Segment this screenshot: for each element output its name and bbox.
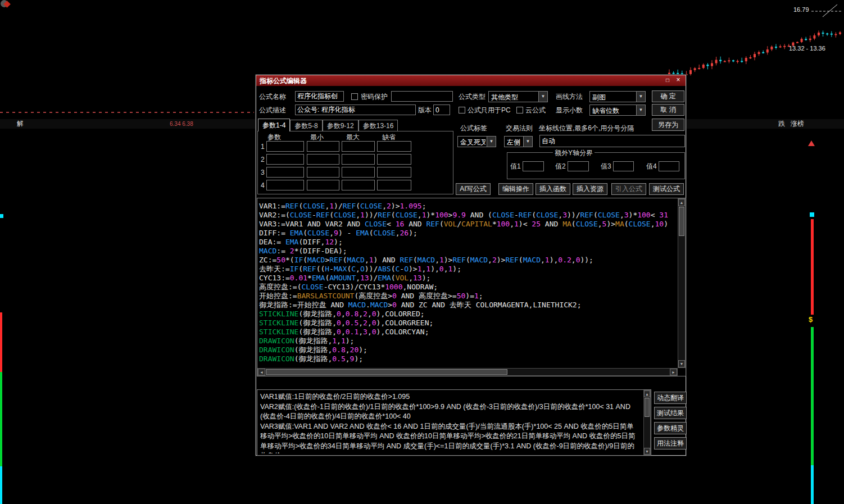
- param-max-input-1[interactable]: [342, 141, 375, 152]
- close-icon[interactable]: ×: [674, 76, 683, 84]
- code-horizontal-scrollbar[interactable]: ◄ ►: [257, 368, 678, 376]
- import-formula-button[interactable]: 引入公式: [611, 183, 646, 195]
- formula-type-dropdown[interactable]: 其他类型 ▼: [488, 91, 548, 102]
- param-min-input-3[interactable]: [307, 167, 339, 178]
- pc-only-label: 公式只用于PC: [468, 105, 511, 116]
- coord-line-label: 坐标线位置,最多6个,用分号分隔: [539, 123, 634, 133]
- param-default-input-4[interactable]: [377, 180, 411, 190]
- insert-function-button[interactable]: 插入函数: [536, 183, 570, 195]
- code-line: ZC:=50*(IF(MACD>REF(MACD,1) AND REF(MACD…: [259, 256, 677, 265]
- scroll-left-icon[interactable]: ◄: [258, 369, 265, 375]
- code-editor-lines[interactable]: VAR1:=REF(CLOSE,1)/REF(CLOSE,2)>1.095;VA…: [259, 202, 677, 367]
- left-green-bar: [0, 372, 2, 466]
- code-line: DEA:= EMA(DIFF,12);: [259, 238, 677, 247]
- chevron-down-icon[interactable]: ▼: [636, 92, 645, 102]
- save-as-button[interactable]: 另存为: [652, 119, 684, 131]
- param-default-input-3[interactable]: [377, 167, 411, 178]
- code-vertical-scrollbar[interactable]: ▲ ▼: [678, 198, 686, 368]
- scroll-down-icon[interactable]: ▼: [678, 360, 685, 367]
- insert-resource-button[interactable]: 插入资源: [573, 183, 607, 195]
- param-max-input-3[interactable]: [342, 167, 375, 178]
- code-line: DRAWICON(御龙指路,0.8,20);: [259, 346, 677, 355]
- chevron-down-icon[interactable]: ▼: [523, 137, 532, 147]
- scroll-down-icon[interactable]: ▼: [644, 448, 650, 455]
- vertical-scrollbar-thumb[interactable]: [679, 207, 684, 236]
- edit-operations-button[interactable]: 编辑操作: [498, 183, 533, 195]
- right-green-bar: [811, 327, 814, 465]
- test-formula-button[interactable]: 测试公式: [649, 183, 684, 195]
- extra-y-value2-input[interactable]: [568, 161, 589, 171]
- ai-write-formula-button[interactable]: AI写公式: [456, 183, 491, 195]
- formula-desc-input[interactable]: [295, 105, 416, 115]
- cloud-formula-checkbox[interactable]: [516, 107, 523, 113]
- maximize-icon[interactable]: □: [663, 76, 672, 84]
- param-value-input-1[interactable]: [266, 141, 304, 152]
- version-input[interactable]: [433, 105, 450, 115]
- code-line: VAR1:=REF(CLOSE,1)/REF(CLOSE,2)>1.095;: [259, 202, 677, 211]
- chevron-down-icon[interactable]: ▼: [487, 137, 496, 147]
- description-scrollbar-thumb[interactable]: [645, 398, 650, 417]
- scroll-up-icon[interactable]: ▲: [644, 391, 650, 397]
- code-line: 御龙指路:=开始控盘 AND MACD.MACD>0 AND ZC AND 去昨…: [259, 301, 677, 310]
- app-logo-icon: [1, 0, 12, 9]
- param-max-input-2[interactable]: [342, 154, 375, 165]
- code-line: STICKLINE(御龙指路,0,0.5,2,0),COLORGREEN;: [259, 319, 677, 328]
- extra-y-legend: 额外Y轴分界: [553, 148, 595, 158]
- extra-y-value1-input[interactable]: [523, 161, 544, 171]
- param-wizard-button[interactable]: 参数精灵: [654, 422, 687, 434]
- tab-params-5-8[interactable]: 参数5-8: [290, 120, 322, 131]
- decimals-dropdown[interactable]: 缺省位数 ▼: [589, 105, 646, 116]
- scroll-right-icon[interactable]: ►: [670, 369, 677, 375]
- formula-name-input[interactable]: [295, 91, 344, 102]
- param-value-input-4[interactable]: [266, 180, 304, 190]
- param-default-input-1[interactable]: [377, 141, 411, 152]
- test-result-button[interactable]: 测试结果: [654, 407, 687, 419]
- version-label: 版本: [418, 105, 432, 116]
- cancel-button[interactable]: 取 消: [652, 104, 684, 116]
- horizontal-scrollbar-thumb[interactable]: [266, 369, 507, 375]
- trade-rule-dropdown[interactable]: 左侧 ▼: [504, 136, 533, 147]
- extra-y-value2-label: 值2: [555, 161, 566, 171]
- left-red-bar: [0, 312, 2, 372]
- extra-y-value4-input[interactable]: [659, 161, 679, 171]
- right-cyan-marker: [810, 212, 814, 217]
- chevron-down-icon[interactable]: ▼: [636, 105, 645, 115]
- dynamic-translate-button[interactable]: 动态翻译: [654, 392, 687, 404]
- password-protect-label: 密码保护: [361, 91, 388, 103]
- extra-y-value3-input[interactable]: [613, 161, 634, 171]
- rank-board-tab[interactable]: 涨榜: [791, 119, 804, 129]
- param-min-input-4[interactable]: [307, 180, 339, 190]
- password-input[interactable]: [391, 91, 453, 102]
- ok-button[interactable]: 确 定: [652, 90, 684, 102]
- pc-only-checkbox[interactable]: [459, 107, 465, 113]
- draw-method-value: 副图: [592, 93, 635, 102]
- trade-rule-label: 交易法则: [506, 123, 533, 133]
- usage-notes-button[interactable]: 用法注释: [654, 437, 687, 449]
- formula-name-label: 公式名称: [259, 91, 286, 103]
- param-value-input-2[interactable]: [266, 154, 304, 165]
- tab-params-13-16[interactable]: 参数13-16: [359, 120, 398, 131]
- tab-params-9-12[interactable]: 参数9-12: [323, 120, 359, 131]
- description-text: VAR1赋值:1日前的收盘价/2日前的收盘价>1.095 VAR2赋值:(收盘价…: [260, 392, 641, 453]
- param-min-input-2[interactable]: [307, 154, 339, 165]
- coord-line-input[interactable]: [539, 135, 685, 147]
- dialog-titlebar[interactable]: 指标公式编辑器 □ ×: [256, 75, 686, 86]
- tab-params-1-4[interactable]: 参数1-4: [258, 119, 290, 131]
- scroll-up-icon[interactable]: ▲: [678, 199, 685, 206]
- param-default-input-2[interactable]: [377, 154, 411, 165]
- password-protect-checkbox[interactable]: [351, 93, 358, 100]
- mini-quote: 6.34 6.38: [170, 120, 193, 128]
- up-triangle-marker: [808, 140, 815, 146]
- formula-tag-dropdown[interactable]: 金叉死叉 ▼: [457, 136, 496, 147]
- param-min-input-1[interactable]: [307, 141, 339, 152]
- chevron-down-icon[interactable]: ▼: [538, 92, 547, 102]
- param-value-input-3[interactable]: [266, 167, 304, 178]
- draw-method-dropdown[interactable]: 副图 ▼: [589, 91, 646, 102]
- fall-tab[interactable]: 跌: [778, 119, 785, 129]
- extra-y-value3-label: 值3: [601, 161, 611, 171]
- description-scrollbar[interactable]: ▲ ▼: [643, 390, 651, 455]
- code-line: 去昨天:=IF(REF((H-MAX(C,O))/ABS(C-O)>1,1),0…: [259, 265, 677, 274]
- code-editor[interactable]: VAR1:=REF(CLOSE,1)/REF(CLOSE,2)>1.095;VA…: [257, 198, 686, 376]
- formula-tag-value: 金叉死叉: [460, 138, 485, 147]
- param-max-input-4[interactable]: [342, 180, 375, 190]
